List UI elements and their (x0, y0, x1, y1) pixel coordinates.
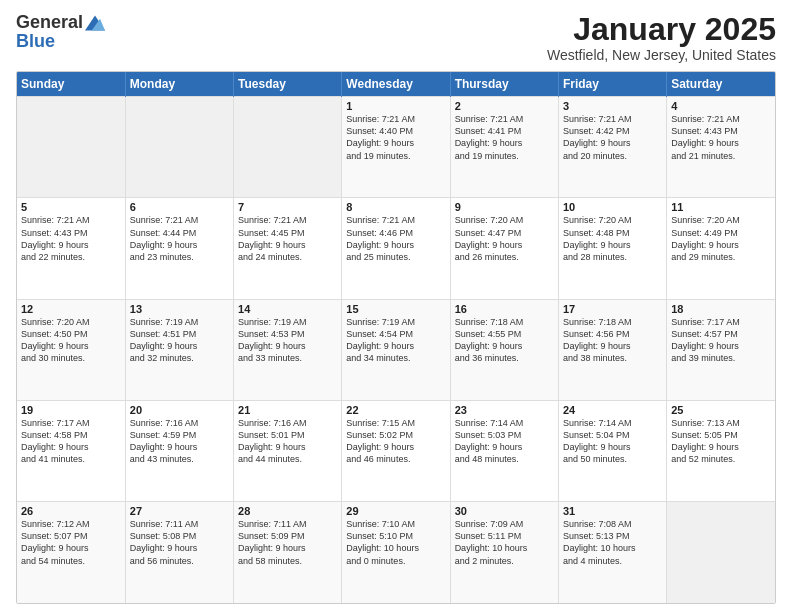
day-info: Sunrise: 7:10 AM Sunset: 5:10 PM Dayligh… (346, 518, 445, 567)
day-info: Sunrise: 7:21 AM Sunset: 4:44 PM Dayligh… (130, 214, 229, 263)
calendar-header: Sunday Monday Tuesday Wednesday Thursday… (17, 72, 775, 97)
day-cell: 15Sunrise: 7:19 AM Sunset: 4:54 PM Dayli… (342, 299, 450, 400)
col-monday: Monday (125, 72, 233, 97)
day-info: Sunrise: 7:21 AM Sunset: 4:45 PM Dayligh… (238, 214, 337, 263)
col-tuesday: Tuesday (234, 72, 342, 97)
week-row-4: 19Sunrise: 7:17 AM Sunset: 4:58 PM Dayli… (17, 400, 775, 501)
logo-icon (85, 15, 105, 31)
day-cell: 1Sunrise: 7:21 AM Sunset: 4:40 PM Daylig… (342, 97, 450, 198)
col-wednesday: Wednesday (342, 72, 450, 97)
day-info: Sunrise: 7:21 AM Sunset: 4:43 PM Dayligh… (671, 113, 771, 162)
day-number: 28 (238, 505, 337, 517)
logo-blue-text: Blue (16, 31, 55, 52)
day-number: 31 (563, 505, 662, 517)
week-row-5: 26Sunrise: 7:12 AM Sunset: 5:07 PM Dayli… (17, 502, 775, 603)
day-cell: 27Sunrise: 7:11 AM Sunset: 5:08 PM Dayli… (125, 502, 233, 603)
day-info: Sunrise: 7:20 AM Sunset: 4:47 PM Dayligh… (455, 214, 554, 263)
day-cell: 16Sunrise: 7:18 AM Sunset: 4:55 PM Dayli… (450, 299, 558, 400)
day-info: Sunrise: 7:19 AM Sunset: 4:53 PM Dayligh… (238, 316, 337, 365)
day-cell: 8Sunrise: 7:21 AM Sunset: 4:46 PM Daylig… (342, 198, 450, 299)
day-number: 25 (671, 404, 771, 416)
week-row-2: 5Sunrise: 7:21 AM Sunset: 4:43 PM Daylig… (17, 198, 775, 299)
day-cell: 29Sunrise: 7:10 AM Sunset: 5:10 PM Dayli… (342, 502, 450, 603)
day-number: 29 (346, 505, 445, 517)
day-number: 16 (455, 303, 554, 315)
day-info: Sunrise: 7:20 AM Sunset: 4:50 PM Dayligh… (21, 316, 121, 365)
day-cell: 26Sunrise: 7:12 AM Sunset: 5:07 PM Dayli… (17, 502, 125, 603)
day-number: 10 (563, 201, 662, 213)
day-cell: 11Sunrise: 7:20 AM Sunset: 4:49 PM Dayli… (667, 198, 775, 299)
day-number: 26 (21, 505, 121, 517)
calendar-table: Sunday Monday Tuesday Wednesday Thursday… (17, 72, 775, 603)
day-cell: 17Sunrise: 7:18 AM Sunset: 4:56 PM Dayli… (558, 299, 666, 400)
day-info: Sunrise: 7:20 AM Sunset: 4:48 PM Dayligh… (563, 214, 662, 263)
day-cell: 4Sunrise: 7:21 AM Sunset: 4:43 PM Daylig… (667, 97, 775, 198)
day-cell: 31Sunrise: 7:08 AM Sunset: 5:13 PM Dayli… (558, 502, 666, 603)
header: General Blue January 2025 Westfield, New… (16, 12, 776, 63)
day-info: Sunrise: 7:21 AM Sunset: 4:40 PM Dayligh… (346, 113, 445, 162)
day-number: 20 (130, 404, 229, 416)
day-info: Sunrise: 7:21 AM Sunset: 4:43 PM Dayligh… (21, 214, 121, 263)
day-cell: 24Sunrise: 7:14 AM Sunset: 5:04 PM Dayli… (558, 400, 666, 501)
day-cell: 28Sunrise: 7:11 AM Sunset: 5:09 PM Dayli… (234, 502, 342, 603)
day-info: Sunrise: 7:21 AM Sunset: 4:42 PM Dayligh… (563, 113, 662, 162)
day-number: 24 (563, 404, 662, 416)
day-number: 8 (346, 201, 445, 213)
day-info: Sunrise: 7:11 AM Sunset: 5:09 PM Dayligh… (238, 518, 337, 567)
day-cell (234, 97, 342, 198)
day-cell: 5Sunrise: 7:21 AM Sunset: 4:43 PM Daylig… (17, 198, 125, 299)
day-cell (17, 97, 125, 198)
day-number: 3 (563, 100, 662, 112)
day-info: Sunrise: 7:08 AM Sunset: 5:13 PM Dayligh… (563, 518, 662, 567)
day-number: 2 (455, 100, 554, 112)
day-cell: 13Sunrise: 7:19 AM Sunset: 4:51 PM Dayli… (125, 299, 233, 400)
day-cell (125, 97, 233, 198)
day-cell: 14Sunrise: 7:19 AM Sunset: 4:53 PM Dayli… (234, 299, 342, 400)
day-info: Sunrise: 7:19 AM Sunset: 4:51 PM Dayligh… (130, 316, 229, 365)
day-cell: 10Sunrise: 7:20 AM Sunset: 4:48 PM Dayli… (558, 198, 666, 299)
day-cell: 18Sunrise: 7:17 AM Sunset: 4:57 PM Dayli… (667, 299, 775, 400)
day-cell: 22Sunrise: 7:15 AM Sunset: 5:02 PM Dayli… (342, 400, 450, 501)
day-info: Sunrise: 7:17 AM Sunset: 4:58 PM Dayligh… (21, 417, 121, 466)
day-cell: 19Sunrise: 7:17 AM Sunset: 4:58 PM Dayli… (17, 400, 125, 501)
day-info: Sunrise: 7:16 AM Sunset: 4:59 PM Dayligh… (130, 417, 229, 466)
day-cell: 23Sunrise: 7:14 AM Sunset: 5:03 PM Dayli… (450, 400, 558, 501)
day-info: Sunrise: 7:17 AM Sunset: 4:57 PM Dayligh… (671, 316, 771, 365)
col-thursday: Thursday (450, 72, 558, 97)
month-title: January 2025 (547, 12, 776, 47)
day-cell: 12Sunrise: 7:20 AM Sunset: 4:50 PM Dayli… (17, 299, 125, 400)
day-info: Sunrise: 7:18 AM Sunset: 4:55 PM Dayligh… (455, 316, 554, 365)
day-number: 21 (238, 404, 337, 416)
day-number: 14 (238, 303, 337, 315)
day-number: 22 (346, 404, 445, 416)
logo-general: General (16, 12, 83, 33)
day-number: 30 (455, 505, 554, 517)
day-info: Sunrise: 7:15 AM Sunset: 5:02 PM Dayligh… (346, 417, 445, 466)
day-info: Sunrise: 7:12 AM Sunset: 5:07 PM Dayligh… (21, 518, 121, 567)
location: Westfield, New Jersey, United States (547, 47, 776, 63)
header-row: Sunday Monday Tuesday Wednesday Thursday… (17, 72, 775, 97)
page: General Blue January 2025 Westfield, New… (0, 0, 792, 612)
day-cell: 30Sunrise: 7:09 AM Sunset: 5:11 PM Dayli… (450, 502, 558, 603)
day-cell: 25Sunrise: 7:13 AM Sunset: 5:05 PM Dayli… (667, 400, 775, 501)
day-cell: 20Sunrise: 7:16 AM Sunset: 4:59 PM Dayli… (125, 400, 233, 501)
day-info: Sunrise: 7:21 AM Sunset: 4:41 PM Dayligh… (455, 113, 554, 162)
day-info: Sunrise: 7:11 AM Sunset: 5:08 PM Dayligh… (130, 518, 229, 567)
col-saturday: Saturday (667, 72, 775, 97)
calendar: Sunday Monday Tuesday Wednesday Thursday… (16, 71, 776, 604)
day-cell: 21Sunrise: 7:16 AM Sunset: 5:01 PM Dayli… (234, 400, 342, 501)
col-friday: Friday (558, 72, 666, 97)
day-info: Sunrise: 7:20 AM Sunset: 4:49 PM Dayligh… (671, 214, 771, 263)
day-info: Sunrise: 7:14 AM Sunset: 5:04 PM Dayligh… (563, 417, 662, 466)
day-number: 4 (671, 100, 771, 112)
day-number: 5 (21, 201, 121, 213)
day-info: Sunrise: 7:21 AM Sunset: 4:46 PM Dayligh… (346, 214, 445, 263)
day-info: Sunrise: 7:13 AM Sunset: 5:05 PM Dayligh… (671, 417, 771, 466)
day-cell: 7Sunrise: 7:21 AM Sunset: 4:45 PM Daylig… (234, 198, 342, 299)
day-number: 13 (130, 303, 229, 315)
day-number: 27 (130, 505, 229, 517)
title-block: January 2025 Westfield, New Jersey, Unit… (547, 12, 776, 63)
day-cell: 9Sunrise: 7:20 AM Sunset: 4:47 PM Daylig… (450, 198, 558, 299)
day-info: Sunrise: 7:18 AM Sunset: 4:56 PM Dayligh… (563, 316, 662, 365)
day-number: 18 (671, 303, 771, 315)
